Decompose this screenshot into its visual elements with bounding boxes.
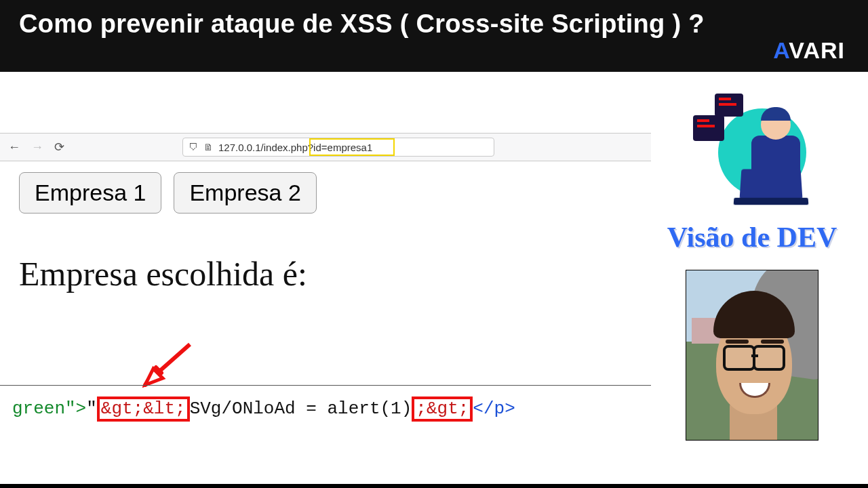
brand-logo: AVARI bbox=[773, 37, 845, 64]
empresa-2-button[interactable]: Empresa 2 bbox=[174, 172, 316, 214]
highlight-box-1: &gt;&lt; bbox=[97, 396, 190, 422]
url-query: p?id=empresa1 bbox=[302, 142, 372, 153]
code-seg-quote: " bbox=[86, 399, 97, 419]
browser-chrome: ← → ⟳ ⛉ 🗎 127.0.0.1/index.php?id=empresa… bbox=[0, 133, 651, 161]
demo-area: ← → ⟳ ⛉ 🗎 127.0.0.1/index.php?id=empresa… bbox=[0, 72, 651, 488]
highlight-box-2: ;&gt; bbox=[412, 396, 473, 422]
svg-marker-1 bbox=[145, 367, 161, 385]
page-title: Como prevenir ataque de XSS ( Cross-site… bbox=[19, 9, 849, 39]
dev-illustration-icon bbox=[681, 88, 823, 217]
svg-marker-2 bbox=[145, 369, 163, 385]
address-bar[interactable]: ⛉ 🗎 127.0.0.1/index.php?id=empresa1 bbox=[182, 138, 494, 157]
svg-line-0 bbox=[155, 344, 190, 375]
back-icon[interactable]: ← bbox=[8, 141, 20, 153]
shield-icon: ⛉ bbox=[189, 142, 198, 152]
page-icon: 🗎 bbox=[203, 142, 213, 152]
escaped-output-code: green">"&gt;&lt;SVg/ONloAd = alert(1);&g… bbox=[0, 385, 651, 422]
presenter-photo bbox=[686, 270, 818, 441]
channel-sidebar: Visão de DEV bbox=[651, 72, 868, 488]
forward-icon[interactable]: → bbox=[31, 141, 43, 153]
title-banner: Como prevenir ataque de XSS ( Cross-site… bbox=[0, 0, 868, 72]
code-seg-box2: ;&gt; bbox=[416, 399, 469, 419]
url-text: 127.0.0.1/index.php?id=empresa1 bbox=[218, 142, 488, 153]
code-seg-mid: SVg/ONloAd = alert(1 bbox=[190, 399, 401, 419]
chosen-company-heading: Empresa escolhida é: bbox=[19, 254, 651, 293]
annotation-arrow-icon bbox=[142, 340, 197, 388]
brand-rest: VARI bbox=[789, 37, 845, 63]
code-seg-box1: &gt;&lt; bbox=[101, 399, 186, 419]
empresa-1-button[interactable]: Empresa 1 bbox=[19, 172, 161, 214]
url-host: 127.0.0.1/index.ph bbox=[218, 142, 302, 153]
reload-icon[interactable]: ⟳ bbox=[54, 141, 64, 153]
channel-name: Visão de DEV bbox=[651, 221, 853, 253]
code-seg-endtag: </p> bbox=[473, 399, 515, 419]
code-seg-green: green"> bbox=[12, 399, 86, 419]
brand-letter-a: A bbox=[773, 37, 789, 63]
letterbox-bar bbox=[0, 484, 868, 488]
